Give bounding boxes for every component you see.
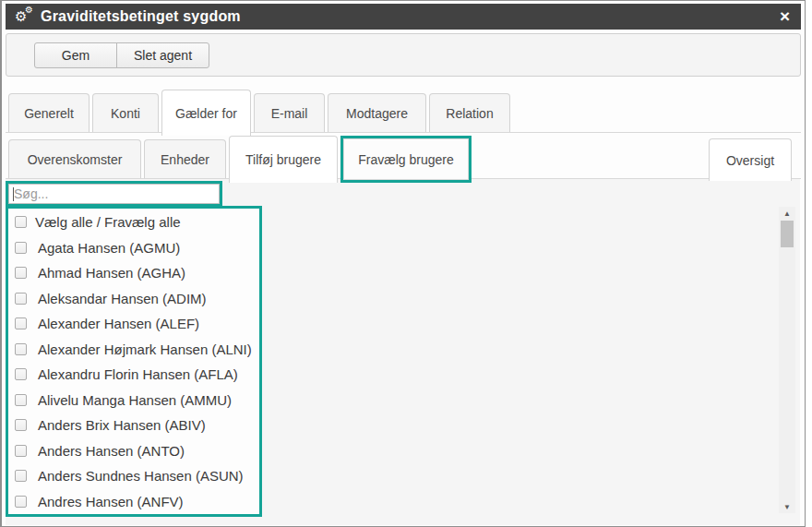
primary-tabbar: Generelt Konti Gælder for E-mail Modtage… (6, 93, 801, 133)
tab-enheder[interactable]: Enheder (144, 139, 226, 178)
user-label: Ahmad Hansen (AGHA) (38, 265, 185, 281)
user-label: Alexander Hansen (ALEF) (38, 316, 199, 331)
tab-konti[interactable]: Konti (92, 93, 159, 132)
vertical-scrollbar[interactable]: ▲ ▼ (779, 207, 795, 513)
highlight-box-fravaelg-brugere: Fravælg brugere (340, 136, 472, 183)
scroll-down-icon[interactable]: ▼ (779, 500, 795, 513)
save-button[interactable]: Gem (34, 42, 117, 68)
user-checkbox[interactable] (15, 343, 27, 355)
user-row[interactable]: Alexander Højmark Hansen (ALNI) (13, 337, 259, 363)
tab-oversigt[interactable]: Oversigt (709, 138, 792, 181)
dialog-titlebar: ⚙ ⚙ Graviditetsbetinget sygdom × (6, 4, 801, 30)
user-row[interactable]: Ahmad Hansen (AGHA) (13, 260, 259, 286)
tab-overenskomster[interactable]: Overenskomster (8, 139, 141, 178)
user-label: Aleksandar Hansen (ADIM) (38, 291, 207, 306)
agent-dialog: ⚙ ⚙ Graviditetsbetinget sygdom × Gem Sle… (0, 0, 806, 527)
user-row[interactable]: Andres Hansen (ANFV) (13, 489, 259, 515)
user-list: Vælg alle / Fravælg alle Agata Hansen (A… (6, 206, 262, 517)
user-checkbox[interactable] (15, 317, 27, 329)
tab-tilfoej-brugere[interactable]: Tilføj brugere (229, 136, 338, 183)
dialog-title: Graviditetsbetinget sygdom (41, 8, 778, 25)
text-cursor (13, 187, 14, 201)
tab-modtagere[interactable]: Modtagere (328, 93, 426, 132)
user-row[interactable]: Anders Sundnes Hansen (ASUN) (13, 463, 259, 489)
delete-agent-button[interactable]: Slet agent (116, 42, 209, 68)
user-row[interactable]: Anders Hansen (ANTO) (13, 438, 259, 464)
user-row[interactable]: Anders Brix Hansen (ABIV) (13, 413, 259, 438)
user-checkbox[interactable] (15, 496, 27, 508)
select-all-label: Vælg alle / Fravælg alle (35, 214, 181, 230)
tab-relation[interactable]: Relation (429, 93, 510, 132)
user-checkbox[interactable] (15, 419, 27, 431)
user-checkbox[interactable] (15, 368, 27, 380)
secondary-tabbar: Overenskomster Enheder Tilføj brugere Fr… (6, 139, 801, 179)
user-checkbox[interactable] (15, 267, 27, 279)
user-row[interactable]: Alivelu Manga Hansen (AMMU) (13, 388, 259, 413)
user-label: Anders Sundnes Hansen (ASUN) (38, 468, 244, 484)
user-checkbox[interactable] (15, 394, 27, 406)
highlight-box-search (6, 181, 222, 207)
scroll-up-icon[interactable]: ▲ (779, 207, 795, 220)
user-label: Alivelu Manga Hansen (AMMU) (38, 392, 232, 408)
close-icon[interactable]: × (778, 7, 792, 26)
tab-gaelder-for[interactable]: Gælder for (161, 90, 251, 136)
scrollbar-thumb[interactable] (781, 221, 794, 247)
user-label: Andres Hansen (ANFV) (38, 494, 184, 509)
user-label: Alexander Højmark Hansen (ALNI) (38, 341, 252, 357)
user-checkbox[interactable] (15, 445, 27, 457)
gears-icon: ⚙ ⚙ (15, 7, 35, 26)
user-row[interactable]: Aleksandar Hansen (ADIM) (13, 286, 259, 312)
user-label: Agata Hansen (AGMU) (38, 240, 180, 256)
user-row[interactable]: Alexandru Florin Hansen (AFLA) (13, 362, 259, 388)
gear-glyph-small: ⚙ (25, 5, 33, 16)
user-row[interactable]: Agata Hansen (AGMU) (13, 235, 259, 261)
search-input[interactable] (8, 184, 220, 204)
user-label: Anders Brix Hansen (ABIV) (38, 417, 206, 433)
user-label: Anders Hansen (ANTO) (38, 443, 185, 459)
tab-fravaelg-brugere[interactable]: Fravælg brugere (343, 138, 469, 180)
user-row[interactable]: Alexander Hansen (ALEF) (13, 311, 259, 337)
toolbar: Gem Slet agent (6, 33, 801, 77)
user-checkbox[interactable] (15, 293, 27, 305)
tab-email[interactable]: E-mail (254, 93, 325, 132)
user-label: Alexandru Florin Hansen (AFLA) (38, 366, 238, 382)
user-checkbox[interactable] (15, 470, 27, 482)
select-all-row[interactable]: Vælg alle / Fravælg alle (13, 210, 259, 235)
user-checkbox[interactable] (15, 242, 27, 254)
select-all-checkbox[interactable] (15, 216, 27, 228)
tab-generelt[interactable]: Generelt (8, 93, 90, 132)
